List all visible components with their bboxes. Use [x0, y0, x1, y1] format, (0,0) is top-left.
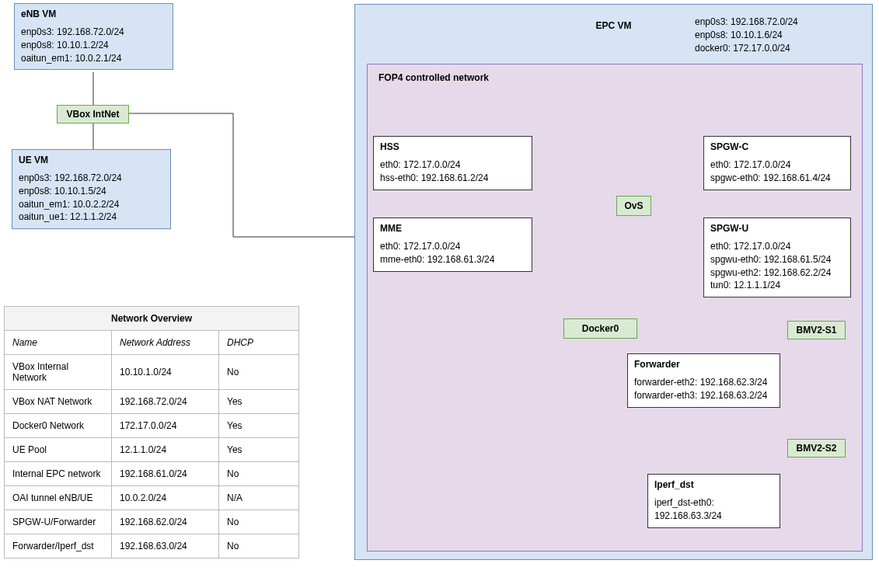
ovs-box: OvS: [616, 196, 651, 216]
hss-box: HSS eth0: 172.17.0.0/24 hss-eth0: 192.16…: [373, 136, 532, 190]
spgwc-l2: spgwc-eth0: 192.168.61.4/24: [710, 172, 844, 185]
vbox-intnet-label: VBox IntNet: [66, 109, 119, 120]
bmv2s2-box: BMV2-S2: [787, 439, 846, 458]
table-row: UE Pool12.1.1.0/24Yes: [5, 438, 299, 462]
col-addr: Network Address: [112, 331, 219, 355]
epc-l3: docker0: 172.17.0.0/24: [695, 42, 798, 55]
enb-vm-box: eNB VM enp0s3: 192.168.72.0/24 enp0s8: 1…: [14, 3, 173, 70]
table-row: OAI tunnel eNB/UE10.0.2.0/24N/A: [5, 486, 299, 510]
table-row: Internal EPC network192.168.61.0/24No: [5, 462, 299, 486]
table-row: VBox Internal Network10.10.1.0/24No: [5, 355, 299, 390]
spgwc-box: SPGW-C eth0: 172.17.0.0/24 spgwc-eth0: 1…: [703, 136, 851, 190]
forwarder-l2: forwarder-eth3: 192.168.63.2/24: [634, 389, 773, 402]
ue-l2: enp0s8: 10.10.1.5/24: [19, 185, 164, 198]
epc-l1: enp0s3: 192.168.72.0/24: [695, 16, 798, 29]
mme-title: MME: [380, 223, 525, 234]
ovs-label: OvS: [624, 200, 643, 211]
forwarder-title: Forwarder: [634, 359, 773, 370]
iperf-box: Iperf_dst iperf_dst-eth0: 192.168.63.3/2…: [647, 474, 780, 528]
iperf-title: Iperf_dst: [654, 479, 773, 490]
enb-l3: oaitun_em1: 10.0.2.1/24: [21, 52, 166, 65]
hss-l2: hss-eth0: 192.168.61.2/24: [380, 172, 525, 185]
ue-l3: oaitun_em1: 10.0.2.2/24: [19, 198, 164, 211]
epc-l2: enp0s8: 10.10.1.6/24: [695, 29, 798, 42]
spgwu-l2: spgwu-eth0: 192.168.61.5/24: [710, 253, 844, 266]
ue-l1: enp0s3: 192.168.72.0/24: [19, 172, 164, 185]
network-overview-table: Network Overview Name Network Address DH…: [4, 306, 299, 558]
mme-l2: mme-eth0: 192.168.61.3/24: [380, 253, 525, 266]
bmv2s1-label: BMV2-S1: [796, 325, 836, 336]
mme-l1: eth0: 172.17.0.0/24: [380, 240, 525, 253]
spgwu-l4: tun0: 12.1.1.1/24: [710, 279, 844, 292]
mme-box: MME eth0: 172.17.0.0/24 mme-eth0: 192.16…: [373, 217, 532, 272]
table-title: Network Overview: [5, 307, 299, 331]
enb-l2: enp0s8: 10.10.1.2/24: [21, 39, 166, 52]
spgwu-l3: spgwu-eth2: 192.168.62.2/24: [710, 266, 844, 280]
col-dhcp: DHCP: [219, 331, 299, 355]
col-name: Name: [5, 331, 112, 355]
ue-title: UE VM: [19, 155, 164, 165]
ue-l4: oaitun_ue1: 12.1.1.2/24: [19, 210, 164, 224]
enb-l1: enp0s3: 192.168.72.0/24: [21, 26, 166, 39]
spgwu-box: SPGW-U eth0: 172.17.0.0/24 spgwu-eth0: 1…: [703, 217, 851, 297]
table-row: Docker0 Network172.17.0.0/24Yes: [5, 414, 299, 438]
hss-title: HSS: [380, 141, 525, 152]
fop4-title: FOP4 controlled network: [378, 72, 489, 83]
hss-l1: eth0: 172.17.0.0/24: [380, 158, 525, 172]
spgwc-title: SPGW-C: [710, 141, 844, 152]
docker0-label: Docker0: [582, 323, 619, 334]
docker0-box: Docker0: [563, 318, 637, 339]
forwarder-box: Forwarder forwarder-eth2: 192.168.62.3/2…: [627, 353, 780, 408]
enb-title: eNB VM: [21, 9, 166, 19]
table-row: VBox NAT Network192.168.72.0/24Yes: [5, 390, 299, 414]
bmv2s2-label: BMV2-S2: [796, 443, 836, 454]
spgwc-l1: eth0: 172.17.0.0/24: [710, 158, 844, 172]
forwarder-l1: forwarder-eth2: 192.168.62.3/24: [634, 376, 773, 389]
iperf-l1: iperf_dst-eth0: 192.168.63.3/24: [654, 496, 773, 523]
bmv2s1-box: BMV2-S1: [787, 321, 846, 339]
table-row: SPGW-U/Forwarder192.168.62.0/24No: [5, 510, 299, 534]
spgwu-l1: eth0: 172.17.0.0/24: [710, 240, 844, 253]
spgwu-title: SPGW-U: [710, 223, 844, 234]
epc-info: enp0s3: 192.168.72.0/24 enp0s8: 10.10.1.…: [695, 16, 798, 54]
ue-vm-box: UE VM enp0s3: 192.168.72.0/24 enp0s8: 10…: [12, 149, 171, 229]
table-row: Forwarder/Iperf_dst192.168.63.0/24No: [5, 534, 299, 558]
vbox-intnet-box: VBox IntNet: [57, 105, 129, 124]
